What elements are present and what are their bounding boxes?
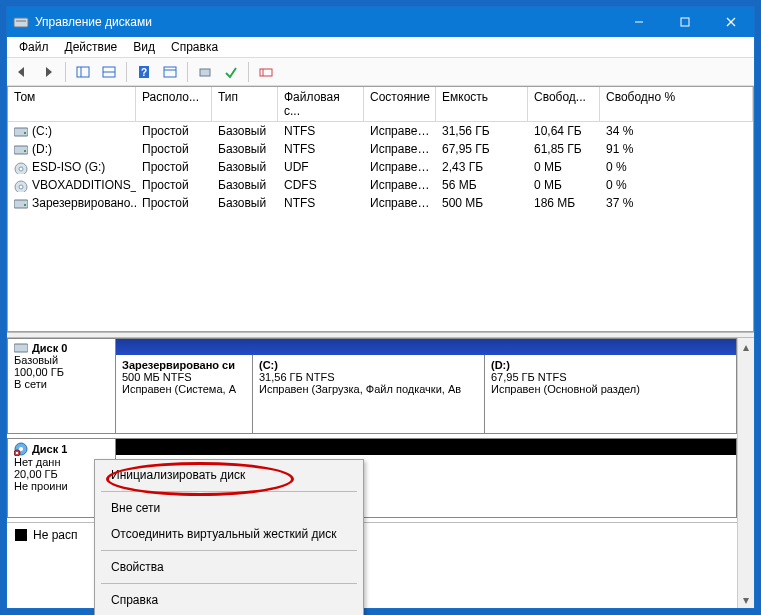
col-status[interactable]: Состояние [364, 87, 436, 122]
table-row[interactable]: VBOXADDITIONS_...ПростойБазовыйCDFSИспра… [8, 176, 753, 194]
svg-point-26 [19, 185, 23, 189]
disk0-name: Диск 0 [32, 342, 67, 354]
disk-row-0: Диск 0 Базовый 100,00 ГБ В сети Зарезерв… [7, 338, 737, 434]
svg-rect-20 [24, 132, 26, 134]
toolbar: ? [7, 58, 754, 86]
vol-pct: 34 % [600, 124, 753, 138]
ctx-help[interactable]: Справка [97, 587, 361, 613]
part-info: 67,95 ГБ NTFS [491, 371, 722, 383]
table-row[interactable]: Зарезервировано...ПростойБазовыйNTFSИспр… [8, 194, 753, 212]
disk0-header[interactable]: Диск 0 Базовый 100,00 ГБ В сети [8, 339, 116, 433]
col-fs[interactable]: Файловая с... [278, 87, 364, 122]
col-layout[interactable]: Располо... [136, 87, 212, 122]
vol-pct: 37 % [600, 196, 753, 210]
legend-unallocated-box [15, 529, 27, 541]
disk1-stripe [116, 439, 736, 455]
vol-type: Базовый [212, 178, 278, 192]
vol-type: Базовый [212, 124, 278, 138]
vol-free: 0 МБ [528, 178, 600, 192]
vol-fs: NTFS [278, 142, 364, 156]
ctx-properties[interactable]: Свойства [97, 554, 361, 580]
col-capacity[interactable]: Емкость [436, 87, 528, 122]
maximize-button[interactable] [662, 7, 708, 37]
vol-capacity: 2,43 ГБ [436, 160, 528, 174]
svg-rect-0 [14, 18, 28, 27]
partition[interactable]: (D:)67,95 ГБ NTFSИсправен (Основной разд… [484, 355, 728, 433]
cd-icon [14, 180, 28, 190]
vol-fs: UDF [278, 160, 364, 174]
vol-free: 10,64 ГБ [528, 124, 600, 138]
context-menu: Инициализировать диск Вне сети Отсоедини… [94, 459, 364, 615]
svg-rect-1 [16, 20, 26, 22]
vol-pct: 0 % [600, 178, 753, 192]
drive-icon [14, 126, 28, 136]
svg-point-24 [19, 167, 23, 171]
forward-button[interactable] [37, 61, 59, 83]
vol-name: Зарезервировано... [32, 196, 136, 210]
vol-name: ESD-ISO (G:) [32, 160, 105, 174]
minimize-button[interactable] [616, 7, 662, 37]
close-button[interactable] [708, 7, 754, 37]
scroll-up-icon[interactable]: ▴ [738, 338, 754, 355]
toolbar-button-detail[interactable] [159, 61, 181, 83]
part-status: Исправен (Основной раздел) [491, 383, 722, 395]
svg-rect-14 [164, 67, 176, 77]
vol-pct: 91 % [600, 142, 753, 156]
toolbar-button-b[interactable] [220, 61, 242, 83]
vol-free: 0 МБ [528, 160, 600, 174]
col-type[interactable]: Тип [212, 87, 278, 122]
part-status: Исправен (Система, А [122, 383, 246, 395]
vol-layout: Простой [136, 142, 212, 156]
svg-rect-28 [24, 204, 26, 206]
table-body: (C:)ПростойБазовыйNTFSИсправен...31,56 Г… [8, 122, 753, 331]
scroll-track[interactable] [738, 355, 754, 591]
toolbar-button-view[interactable] [98, 61, 120, 83]
menu-file[interactable]: Файл [11, 38, 57, 56]
menu-action[interactable]: Действие [57, 38, 126, 56]
col-volume[interactable]: Том [8, 87, 136, 122]
svg-rect-22 [24, 150, 26, 152]
table-row[interactable]: (D:)ПростойБазовыйNTFSИсправен...67,95 Г… [8, 140, 753, 158]
menu-help[interactable]: Справка [163, 38, 226, 56]
back-button[interactable] [11, 61, 33, 83]
legend-unallocated-label: Не расп [33, 528, 78, 542]
ctx-initialize-disk[interactable]: Инициализировать диск [97, 462, 361, 488]
help-button[interactable]: ? [133, 61, 155, 83]
col-pct[interactable]: Свободно % [600, 87, 753, 122]
partition[interactable]: Зарезервировано си500 МБ NTFSИсправен (С… [116, 355, 252, 433]
menu-view[interactable]: Вид [125, 38, 163, 56]
svg-rect-29 [14, 344, 28, 352]
vol-free: 61,85 ГБ [528, 142, 600, 156]
vol-type: Базовый [212, 196, 278, 210]
vol-status: Исправен... [364, 124, 436, 138]
scrollbar[interactable]: ▴ ▾ [737, 338, 754, 608]
vol-status: Исправен... [364, 160, 436, 174]
vol-fs: CDFS [278, 178, 364, 192]
cd-icon [14, 162, 28, 172]
svg-rect-8 [77, 67, 89, 77]
toolbar-button-c[interactable] [255, 61, 277, 83]
vol-status: Исправен... [364, 178, 436, 192]
part-info: 31,56 ГБ NTFS [259, 371, 478, 383]
part-title: Зарезервировано си [122, 359, 246, 371]
table-row[interactable]: (C:)ПростойБазовыйNTFSИсправен...31,56 Г… [8, 122, 753, 140]
col-free[interactable]: Свобод... [528, 87, 600, 122]
toolbar-button-a[interactable] [194, 61, 216, 83]
ctx-offline[interactable]: Вне сети [97, 495, 361, 521]
vol-status: Исправен... [364, 196, 436, 210]
disk0-size: 100,00 ГБ [14, 366, 109, 378]
svg-rect-17 [260, 69, 272, 76]
svg-text:?: ? [141, 67, 147, 78]
scroll-down-icon[interactable]: ▾ [738, 591, 754, 608]
disk1-name: Диск 1 [32, 443, 67, 455]
svg-point-31 [19, 447, 23, 451]
drive-icon [14, 198, 28, 208]
svg-marker-6 [18, 67, 24, 77]
partition[interactable]: (C:)31,56 ГБ NTFSИсправен (Загрузка, Фай… [252, 355, 484, 433]
ctx-detach-vhd[interactable]: Отсоединить виртуальный жесткий диск [97, 521, 361, 547]
show-hide-console-tree-button[interactable] [72, 61, 94, 83]
vol-capacity: 31,56 ГБ [436, 124, 528, 138]
titlebar: Управление дисками [7, 7, 754, 37]
disk-uninit-icon [14, 442, 28, 456]
table-row[interactable]: ESD-ISO (G:)ПростойБазовыйUDFИсправен...… [8, 158, 753, 176]
